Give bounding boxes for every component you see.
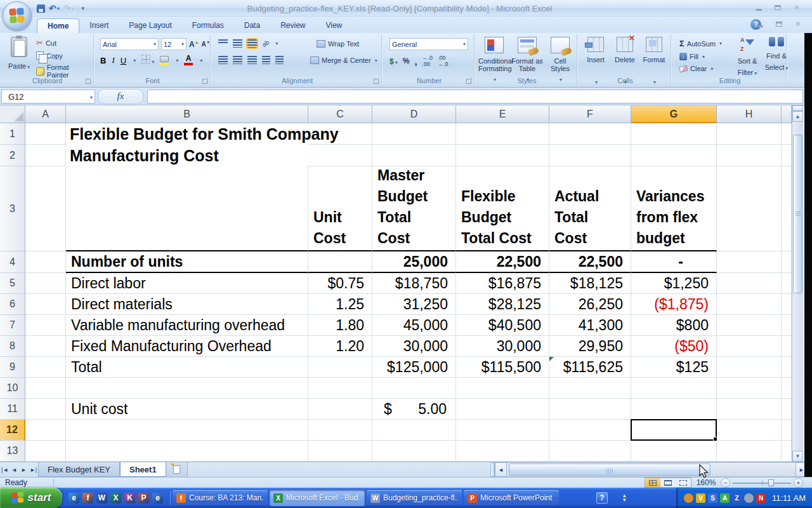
align-left-icon[interactable] (218, 56, 228, 64)
cell-E10[interactable] (456, 378, 549, 399)
cell-G6[interactable]: ($1,875) (631, 294, 717, 315)
scroll-left-icon[interactable]: ◄ (495, 462, 507, 477)
cell-D6[interactable]: 31,250 (372, 294, 456, 315)
customize-qat-icon[interactable]: ▾ (78, 5, 85, 11)
close-button[interactable]: × (790, 3, 803, 13)
undo-icon[interactable]: ↶▾ (49, 3, 60, 13)
cell-B12[interactable] (66, 420, 308, 441)
cell-A10[interactable] (25, 378, 66, 399)
cell-D8[interactable]: 30,000 (372, 336, 456, 357)
cell-F12[interactable] (549, 420, 631, 441)
taskbar-button-excel[interactable]: XMicrosoft Excel - Bud... (270, 490, 365, 506)
comma-style-button[interactable]: , (414, 56, 417, 67)
taskbar-button-firefox[interactable]: fCourse: BA 213: Man... (173, 490, 268, 506)
shrink-font-button[interactable]: A▼ (202, 40, 211, 48)
cell-E2[interactable] (456, 145, 549, 166)
row-header-11[interactable]: 11 (0, 399, 25, 420)
cell-G13[interactable] (631, 441, 717, 462)
tab-split-handle[interactable] (490, 462, 495, 477)
office-button[interactable] (3, 1, 32, 30)
cell-C9[interactable] (308, 357, 372, 378)
name-box-dropdown-icon[interactable]: ▾ (90, 95, 93, 100)
cell-F11[interactable] (549, 399, 631, 420)
cell-E5[interactable]: $16,875 (456, 273, 549, 294)
column-header-A[interactable]: A (25, 105, 66, 123)
copy-button[interactable]: Copy (34, 51, 93, 60)
cell-B2[interactable]: Manufacturing Cost (66, 145, 308, 166)
hide-icons-chevron[interactable]: ▴▾ (623, 493, 626, 502)
cell-C10[interactable] (308, 378, 372, 399)
column-header-F[interactable]: F (549, 105, 631, 123)
row-header-1[interactable]: 1 (0, 123, 25, 145)
workbook-close-button[interactable]: × (792, 20, 804, 29)
cell-B9[interactable]: Total (66, 357, 308, 378)
tray-blue-icon[interactable]: S (708, 493, 717, 503)
cell-B5[interactable]: Direct labor (66, 273, 308, 294)
tray-green-icon[interactable]: A (720, 493, 730, 503)
font-size-combo[interactable]: 12▾ (161, 38, 187, 50)
decrease-decimal-icon[interactable]: .00→.0 (438, 55, 449, 67)
row-header-9[interactable]: 9 (0, 357, 25, 378)
name-box[interactable]: G12▾ (1, 90, 95, 104)
cell-C8[interactable]: 1.20 (308, 336, 372, 357)
ribbon-tab-formulas[interactable]: Formulas (182, 18, 234, 33)
column-header-D[interactable]: D (372, 105, 456, 123)
cell-C7[interactable]: 1.80 (308, 315, 372, 336)
cell-H8[interactable] (717, 336, 782, 357)
borders-button[interactable]: ▾ (141, 55, 154, 66)
number-format-combo[interactable]: General▾ (390, 38, 468, 50)
cell-D7[interactable]: 45,000 (372, 315, 456, 336)
cell-H5[interactable] (717, 273, 782, 294)
font-dialog-launcher-icon[interactable] (202, 78, 207, 84)
middle-align-icon[interactable] (233, 39, 242, 48)
cell-A4[interactable] (25, 251, 66, 273)
cell-G2[interactable] (631, 145, 717, 166)
cell-B7[interactable]: Variable manufacturing overhead (66, 315, 308, 336)
cell-H11[interactable] (717, 399, 782, 420)
cell-D13[interactable] (372, 441, 456, 462)
row-header-6[interactable]: 6 (0, 294, 25, 315)
workbook-minimize-button[interactable] (754, 20, 766, 29)
cell-C5[interactable]: $0.75 (308, 273, 372, 294)
row-header-8[interactable]: 8 (0, 336, 25, 357)
sheet-tab-sheet1[interactable]: Sheet1 (120, 462, 166, 477)
next-sheet-icon[interactable]: ► (19, 462, 29, 477)
vertical-scroll-thumb[interactable] (793, 135, 802, 293)
ribbon-tab-review[interactable]: Review (270, 18, 315, 33)
column-header-C[interactable]: C (308, 105, 372, 123)
cell-G10[interactable] (631, 378, 717, 399)
decrease-indent-icon[interactable] (262, 56, 270, 64)
first-sheet-icon[interactable]: |◄ (0, 462, 10, 477)
cell-D12[interactable] (372, 420, 456, 441)
page-layout-view-button[interactable] (660, 478, 676, 487)
cell-E9[interactable]: $115,500 (456, 357, 549, 378)
row-header-13[interactable]: 13 (0, 441, 25, 462)
cell-H4[interactable] (717, 251, 782, 273)
align-right-icon[interactable] (247, 56, 257, 64)
ribbon-tab-home[interactable]: Home (37, 18, 79, 33)
cell-C13[interactable] (308, 441, 372, 462)
zoom-slider-thumb[interactable] (768, 479, 774, 486)
cell-E7[interactable]: $40,500 (456, 315, 549, 336)
autosum-button[interactable]: ΣAutoSum▾ (678, 38, 724, 49)
cell-A7[interactable] (25, 315, 66, 336)
grow-font-button[interactable]: A▲ (189, 40, 199, 49)
cell-D11[interactable]: $5.00 (372, 399, 456, 420)
cell-D4[interactable]: 25,000 (372, 251, 456, 273)
cell-F6[interactable]: 26,250 (549, 294, 631, 315)
column-header-B[interactable]: B (66, 105, 308, 123)
cell-G7[interactable]: $800 (631, 315, 717, 336)
redo-icon[interactable]: ↷▾ (63, 3, 74, 13)
internet-explorer-icon[interactable]: e (69, 493, 79, 504)
vertical-scrollbar[interactable]: ▲ ▼ (792, 105, 803, 462)
cell-F1[interactable] (549, 123, 631, 145)
tray-z-icon[interactable]: Z (732, 493, 742, 503)
cell-A5[interactable] (25, 273, 66, 294)
row-header-3[interactable]: 3 (0, 166, 25, 251)
cell-B6[interactable]: Direct materials (66, 294, 308, 315)
tray-shield-icon[interactable]: V (696, 493, 705, 503)
ribbon-tab-data[interactable]: Data (234, 18, 270, 33)
cell-B10[interactable] (66, 378, 308, 399)
cell-A11[interactable] (25, 399, 66, 420)
cell-B13[interactable] (66, 441, 308, 462)
